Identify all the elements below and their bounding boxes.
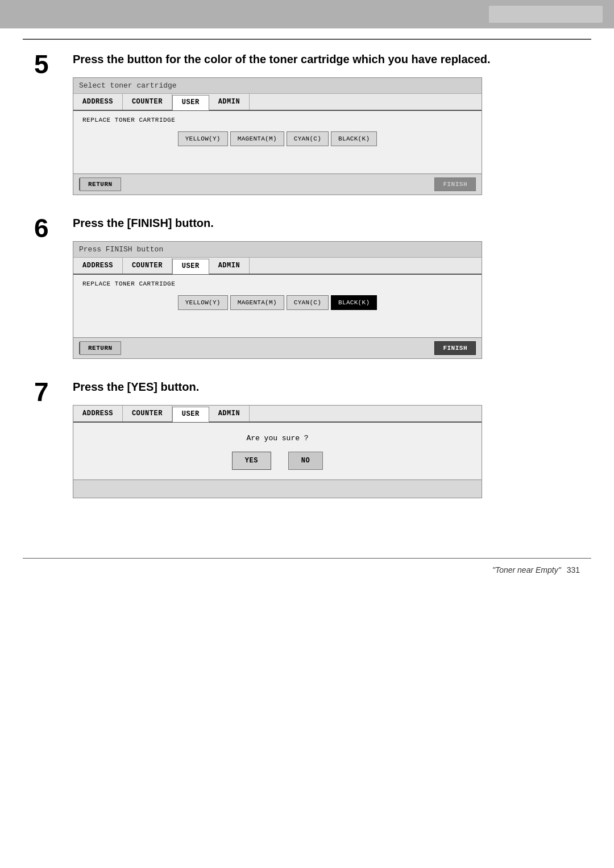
top-bar-right-area bbox=[489, 6, 603, 23]
step-6-nav-row: ADDRESS COUNTER USER ADMIN bbox=[73, 258, 482, 275]
step-7-nav-counter[interactable]: COUNTER bbox=[123, 406, 172, 421]
step-5-nav-counter[interactable]: COUNTER bbox=[123, 94, 172, 110]
step-5-return-btn[interactable]: RETURN bbox=[79, 177, 121, 191]
step-5-panel-title: Select toner cartridge bbox=[73, 78, 482, 94]
step-5-yellow-btn[interactable]: YELLOW(Y) bbox=[178, 131, 228, 146]
step-7-section: 7 Press the [YES] button. ADDRESS COUNTE… bbox=[34, 379, 580, 498]
step-5-panel: Select toner cartridge ADDRESS COUNTER U… bbox=[73, 77, 482, 195]
top-bar bbox=[0, 0, 614, 28]
step-6-return-btn[interactable]: RETURN bbox=[79, 341, 121, 355]
step-7-title: Press the [YES] button. bbox=[73, 379, 580, 395]
step-6-nav-admin[interactable]: ADMIN bbox=[209, 258, 250, 274]
step-5-cyan-btn[interactable]: CYAN(C) bbox=[287, 131, 329, 146]
step-6-panel-footer: RETURN FINISH bbox=[73, 337, 482, 358]
step-7-no-btn[interactable]: NO bbox=[288, 452, 323, 470]
step-7-confirm-text: Are you sure ? bbox=[246, 434, 308, 443]
main-content: 5 Press the button for the color of the … bbox=[0, 40, 614, 541]
step-5-nav-user[interactable]: USER bbox=[172, 95, 209, 110]
step-5-nav-address[interactable]: ADDRESS bbox=[73, 94, 123, 110]
step-6-content: Press the [FINISH] button. Press FINISH … bbox=[73, 215, 580, 359]
step-6-nav-address[interactable]: ADDRESS bbox=[73, 258, 123, 274]
footer-quote: "Toner near Empty" bbox=[492, 565, 561, 574]
step-5-section: 5 Press the button for the color of the … bbox=[34, 51, 580, 195]
step-5-subtitle: REPLACE TONER CARTRIDGE bbox=[82, 117, 472, 123]
step-7-nav-address[interactable]: ADDRESS bbox=[73, 406, 123, 421]
step-6-panel-body: REPLACE TONER CARTRIDGE YELLOW(Y) MAGENT… bbox=[73, 275, 482, 337]
step-7-content: Press the [YES] button. ADDRESS COUNTER … bbox=[73, 379, 580, 498]
step-5-black-btn[interactable]: BLACK(K) bbox=[331, 131, 377, 146]
step-6-panel-title: Press FINISH button bbox=[73, 242, 482, 258]
step-5-panel-footer: RETURN FINISH bbox=[73, 173, 482, 195]
step-5-content: Press the button for the color of the to… bbox=[73, 51, 580, 195]
step-6-magenta-btn[interactable]: MAGENTA(M) bbox=[230, 295, 284, 310]
step-6-title: Press the [FINISH] button. bbox=[73, 215, 580, 231]
step-6-panel: Press FINISH button ADDRESS COUNTER USER… bbox=[73, 241, 482, 359]
step-7-nav-admin[interactable]: ADMIN bbox=[209, 406, 250, 421]
step-7-confirm-body: Are you sure ? YES NO bbox=[73, 423, 482, 480]
step-5-finish-btn[interactable]: FINISH bbox=[434, 177, 476, 191]
step-7-confirm-buttons: YES NO bbox=[232, 452, 323, 470]
step-6-nav-counter[interactable]: COUNTER bbox=[123, 258, 172, 274]
step-5-magenta-btn[interactable]: MAGENTA(M) bbox=[230, 131, 284, 146]
step-6-cyan-btn[interactable]: CYAN(C) bbox=[287, 295, 329, 310]
step-5-panel-body: REPLACE TONER CARTRIDGE YELLOW(Y) MAGENT… bbox=[73, 111, 482, 173]
step-5-color-buttons: YELLOW(Y) MAGENTA(M) CYAN(C) BLACK(K) bbox=[82, 131, 472, 146]
step-6-section: 6 Press the [FINISH] button. Press FINIS… bbox=[34, 215, 580, 359]
page-footer: "Toner near Empty" 331 bbox=[0, 559, 614, 581]
step-5-nav-admin[interactable]: ADMIN bbox=[209, 94, 250, 110]
step-5-number: 5 bbox=[34, 51, 63, 77]
step-7-nav-user[interactable]: USER bbox=[172, 407, 209, 422]
step-6-nav-user[interactable]: USER bbox=[172, 259, 209, 274]
step-6-subtitle: REPLACE TONER CARTRIDGE bbox=[82, 280, 472, 287]
step-6-black-btn[interactable]: BLACK(K) bbox=[331, 295, 377, 310]
step-6-number: 6 bbox=[34, 215, 63, 241]
step-6-finish-btn[interactable]: FINISH bbox=[434, 341, 476, 355]
step-6-color-buttons: YELLOW(Y) MAGENTA(M) CYAN(C) BLACK(K) bbox=[82, 295, 472, 310]
step-6-yellow-btn[interactable]: YELLOW(Y) bbox=[178, 295, 228, 310]
step-7-number: 7 bbox=[34, 379, 63, 405]
step-5-title: Press the button for the color of the to… bbox=[73, 51, 580, 67]
step-7-panel: ADDRESS COUNTER USER ADMIN Are you sure … bbox=[73, 405, 482, 498]
step-7-panel-footer-empty bbox=[73, 480, 482, 498]
step-7-nav-row: ADDRESS COUNTER USER ADMIN bbox=[73, 406, 482, 423]
footer-page-number: 331 bbox=[567, 565, 580, 574]
step-5-nav-row: ADDRESS COUNTER USER ADMIN bbox=[73, 94, 482, 111]
step-7-yes-btn[interactable]: YES bbox=[232, 452, 271, 470]
